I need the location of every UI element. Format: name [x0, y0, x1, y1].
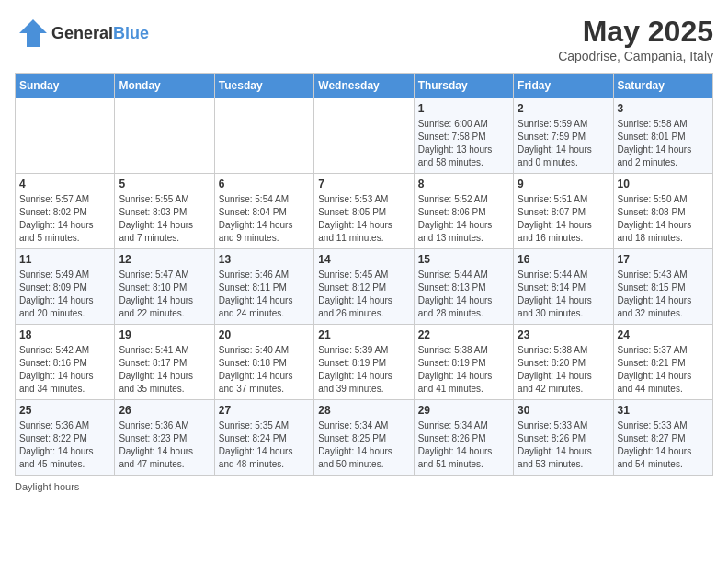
- day-info: Sunrise: 5:58 AMSunset: 8:01 PMDaylight:…: [618, 118, 709, 169]
- calendar-week-row: 11Sunrise: 5:49 AMSunset: 8:09 PMDayligh…: [16, 249, 713, 325]
- month-title: May 2025: [558, 15, 713, 49]
- calendar-cell: 12Sunrise: 5:47 AMSunset: 8:10 PMDayligh…: [115, 249, 214, 325]
- calendar-cell: [314, 98, 414, 174]
- calendar-week-row: 25Sunrise: 5:36 AMSunset: 8:22 PMDayligh…: [16, 400, 713, 476]
- calendar-week-row: 1Sunrise: 6:00 AMSunset: 7:58 PMDaylight…: [16, 98, 713, 174]
- calendar-cell: 16Sunrise: 5:44 AMSunset: 8:14 PMDayligh…: [514, 249, 613, 325]
- svg-marker-0: [19, 19, 47, 47]
- day-info: Sunrise: 5:55 AMSunset: 8:03 PMDaylight:…: [119, 193, 210, 245]
- day-info: Sunrise: 5:36 AMSunset: 8:22 PMDaylight:…: [19, 419, 110, 471]
- day-info: Sunrise: 5:51 AMSunset: 8:07 PMDaylight:…: [518, 193, 609, 245]
- calendar-cell: 28Sunrise: 5:34 AMSunset: 8:25 PMDayligh…: [314, 400, 414, 476]
- calendar-cell: 27Sunrise: 5:35 AMSunset: 8:24 PMDayligh…: [214, 400, 313, 476]
- calendar-cell: 17Sunrise: 5:43 AMSunset: 8:15 PMDayligh…: [613, 249, 712, 325]
- day-number: 3: [618, 102, 709, 115]
- day-info: Sunrise: 5:54 AMSunset: 8:04 PMDaylight:…: [219, 193, 310, 245]
- day-number: 30: [518, 404, 609, 417]
- day-info: Sunrise: 5:59 AMSunset: 7:59 PMDaylight:…: [518, 118, 609, 169]
- day-number: 14: [318, 253, 409, 266]
- day-info: Sunrise: 5:38 AMSunset: 8:20 PMDaylight:…: [518, 344, 609, 396]
- calendar-cell: 31Sunrise: 5:33 AMSunset: 8:27 PMDayligh…: [613, 400, 712, 476]
- day-info: Sunrise: 5:38 AMSunset: 8:19 PMDaylight:…: [418, 344, 509, 396]
- calendar-day-header: Thursday: [414, 74, 513, 98]
- calendar-cell: 26Sunrise: 5:36 AMSunset: 8:23 PMDayligh…: [115, 400, 214, 476]
- logo-general: General: [51, 24, 113, 42]
- calendar-day-header: Friday: [514, 74, 613, 98]
- day-info: Sunrise: 5:44 AMSunset: 8:14 PMDaylight:…: [518, 269, 609, 320]
- calendar-day-header: Sunday: [16, 74, 115, 98]
- calendar-cell: 20Sunrise: 5:40 AMSunset: 8:18 PMDayligh…: [214, 325, 313, 400]
- day-number: 9: [518, 178, 609, 190]
- calendar-day-header: Saturday: [613, 74, 712, 98]
- calendar-cell: [16, 98, 115, 174]
- day-number: 22: [418, 328, 509, 341]
- day-number: 7: [318, 178, 409, 190]
- day-number: 8: [418, 178, 509, 190]
- calendar-cell: 14Sunrise: 5:45 AMSunset: 8:12 PMDayligh…: [314, 249, 414, 325]
- calendar-cell: 2Sunrise: 5:59 AMSunset: 7:59 PMDaylight…: [514, 98, 613, 174]
- day-info: Sunrise: 5:34 AMSunset: 8:25 PMDaylight:…: [318, 419, 409, 471]
- calendar-day-header: Tuesday: [214, 74, 313, 98]
- day-info: Sunrise: 5:40 AMSunset: 8:18 PMDaylight:…: [219, 344, 310, 396]
- calendar-cell: 29Sunrise: 5:34 AMSunset: 8:26 PMDayligh…: [414, 400, 513, 476]
- calendar-cell: 15Sunrise: 5:44 AMSunset: 8:13 PMDayligh…: [414, 249, 513, 325]
- day-number: 31: [618, 404, 709, 417]
- day-number: 12: [119, 253, 210, 266]
- footer-note: Daylight hours: [15, 481, 713, 492]
- calendar-day-header: Wednesday: [314, 74, 414, 98]
- day-info: Sunrise: 5:44 AMSunset: 8:13 PMDaylight:…: [418, 269, 509, 320]
- calendar-week-row: 18Sunrise: 5:42 AMSunset: 8:16 PMDayligh…: [16, 325, 713, 400]
- logo: GeneralBlue: [15, 15, 149, 52]
- day-info: Sunrise: 5:43 AMSunset: 8:15 PMDaylight:…: [618, 269, 709, 320]
- day-number: 19: [119, 328, 210, 341]
- day-number: 23: [518, 328, 609, 341]
- day-number: 5: [119, 178, 210, 190]
- day-info: Sunrise: 5:33 AMSunset: 8:27 PMDaylight:…: [618, 419, 709, 471]
- day-info: Sunrise: 5:37 AMSunset: 8:21 PMDaylight:…: [618, 344, 709, 396]
- calendar-cell: 9Sunrise: 5:51 AMSunset: 8:07 PMDaylight…: [514, 174, 613, 249]
- day-number: 1: [418, 102, 509, 115]
- calendar-cell: 10Sunrise: 5:50 AMSunset: 8:08 PMDayligh…: [613, 174, 712, 249]
- day-number: 13: [219, 253, 310, 266]
- day-number: 2: [518, 102, 609, 115]
- day-info: Sunrise: 5:34 AMSunset: 8:26 PMDaylight:…: [418, 419, 509, 471]
- page-header: GeneralBlue May 2025 Capodrise, Campania…: [15, 15, 713, 63]
- title-area: May 2025 Capodrise, Campania, Italy: [558, 15, 713, 63]
- day-info: Sunrise: 5:46 AMSunset: 8:11 PMDaylight:…: [219, 269, 310, 320]
- calendar-cell: 8Sunrise: 5:52 AMSunset: 8:06 PMDaylight…: [414, 174, 513, 249]
- day-number: 29: [418, 404, 509, 417]
- day-number: 18: [19, 328, 110, 341]
- day-number: 11: [19, 253, 110, 266]
- day-info: Sunrise: 5:45 AMSunset: 8:12 PMDaylight:…: [318, 269, 409, 320]
- location-subtitle: Capodrise, Campania, Italy: [558, 49, 713, 63]
- calendar-cell: 21Sunrise: 5:39 AMSunset: 8:19 PMDayligh…: [314, 325, 414, 400]
- calendar-cell: 23Sunrise: 5:38 AMSunset: 8:20 PMDayligh…: [514, 325, 613, 400]
- calendar-cell: 7Sunrise: 5:53 AMSunset: 8:05 PMDaylight…: [314, 174, 414, 249]
- calendar-cell: 19Sunrise: 5:41 AMSunset: 8:17 PMDayligh…: [115, 325, 214, 400]
- day-info: Sunrise: 5:36 AMSunset: 8:23 PMDaylight:…: [119, 419, 210, 471]
- day-number: 4: [19, 178, 110, 190]
- logo-blue: Blue: [113, 24, 149, 42]
- calendar-week-row: 4Sunrise: 5:57 AMSunset: 8:02 PMDaylight…: [16, 174, 713, 249]
- day-number: 21: [318, 328, 409, 341]
- day-info: Sunrise: 5:53 AMSunset: 8:05 PMDaylight:…: [318, 193, 409, 245]
- day-number: 16: [518, 253, 609, 266]
- day-number: 27: [219, 404, 310, 417]
- daylight-note: Daylight hours: [15, 481, 79, 492]
- day-info: Sunrise: 5:50 AMSunset: 8:08 PMDaylight:…: [618, 193, 709, 245]
- calendar-cell: 25Sunrise: 5:36 AMSunset: 8:22 PMDayligh…: [16, 400, 115, 476]
- day-info: Sunrise: 5:35 AMSunset: 8:24 PMDaylight:…: [219, 419, 310, 471]
- day-info: Sunrise: 5:57 AMSunset: 8:02 PMDaylight:…: [19, 193, 110, 245]
- calendar-cell: 1Sunrise: 6:00 AMSunset: 7:58 PMDaylight…: [414, 98, 513, 174]
- day-number: 17: [618, 253, 709, 266]
- calendar-cell: [214, 98, 313, 174]
- day-number: 24: [618, 328, 709, 341]
- calendar-cell: 30Sunrise: 5:33 AMSunset: 8:26 PMDayligh…: [514, 400, 613, 476]
- day-number: 25: [19, 404, 110, 417]
- day-number: 10: [618, 178, 709, 190]
- calendar-cell: 22Sunrise: 5:38 AMSunset: 8:19 PMDayligh…: [414, 325, 513, 400]
- calendar-cell: 24Sunrise: 5:37 AMSunset: 8:21 PMDayligh…: [613, 325, 712, 400]
- day-number: 15: [418, 253, 509, 266]
- day-number: 6: [219, 178, 310, 190]
- day-info: Sunrise: 5:47 AMSunset: 8:10 PMDaylight:…: [119, 269, 210, 320]
